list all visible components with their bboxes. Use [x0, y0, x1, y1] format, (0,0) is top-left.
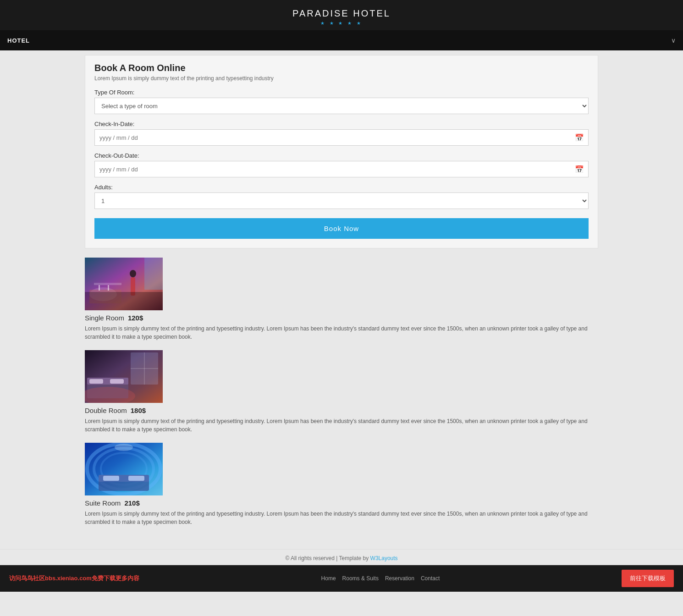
- svg-point-7: [130, 270, 136, 277]
- room-item-double: Double Room 180$ Lorem Ipsum is simply d…: [85, 350, 598, 434]
- site-title: PARADISE HOTEL: [0, 8, 683, 19]
- footer-nav-reservation[interactable]: Reservation: [385, 575, 414, 582]
- room-type-group: Type Of Room: Select a type of room Sing…: [94, 89, 589, 114]
- nav-chevron-icon[interactable]: ∨: [671, 37, 676, 44]
- footer-nav-rooms[interactable]: Rooms & Suits: [342, 575, 379, 582]
- adults-group: Adults: 1 2 3 4: [94, 184, 589, 209]
- room-type-select[interactable]: Select a type of room Single Room Double…: [94, 98, 589, 114]
- suite-room-name: Suite Room: [85, 499, 121, 507]
- svg-rect-8: [131, 277, 135, 296]
- footer: © All rights reserved | Template by W3La…: [0, 549, 683, 592]
- checkin-group: Check-In-Date: 📅: [94, 121, 589, 146]
- checkout-label: Check-Out-Date:: [94, 152, 589, 159]
- book-now-button[interactable]: Book Now: [94, 218, 589, 239]
- double-room-name: Double Room: [85, 407, 127, 414]
- double-room-title-row: Double Room 180$: [85, 407, 598, 414]
- footer-watermark: 访问鸟鸟社区bbs.xieniao.com免费下载更多内容: [9, 574, 139, 583]
- footer-nav: Home Rooms & Suits Reservation Contact: [321, 575, 440, 582]
- booking-subtitle: Lorem Ipsum is simply dummy text of the …: [94, 75, 589, 82]
- adults-select[interactable]: 1 2 3 4: [94, 192, 589, 209]
- single-room-name: Single Room: [85, 314, 124, 322]
- room-item-single: Single Room 120$ Lorem Ipsum is simply d…: [85, 258, 598, 341]
- navbar: HOTEL ∨: [0, 30, 683, 50]
- svg-rect-2: [94, 283, 121, 285]
- main-content: Book A Room Online Lorem Ipsum is simply…: [80, 55, 603, 549]
- svg-rect-4: [89, 290, 121, 303]
- svg-rect-6: [108, 285, 109, 291]
- checkin-input[interactable]: [94, 129, 589, 146]
- suite-room-title-row: Suite Room 210$: [85, 499, 598, 507]
- svg-rect-17: [110, 379, 124, 384]
- suite-room-description: Lorem Ipsum is simply dummy text of the …: [85, 510, 598, 526]
- adults-label: Adults:: [94, 184, 589, 191]
- footer-nav-contact[interactable]: Contact: [421, 575, 440, 582]
- star-rating: ★ ★ ★ ★ ★: [0, 21, 683, 26]
- svg-point-1: [89, 287, 117, 301]
- suite-room-price: 210$: [124, 499, 139, 507]
- header: PARADISE HOTEL ★ ★ ★ ★ ★: [0, 0, 683, 30]
- svg-rect-16: [89, 379, 103, 384]
- footer-w3layouts-link[interactable]: W3Layouts: [370, 555, 398, 561]
- nav-hotel-label[interactable]: HOTEL: [7, 37, 30, 44]
- checkout-input[interactable]: [94, 161, 589, 177]
- single-room-description: Lorem Ipsum is simply dummy text of the …: [85, 324, 598, 341]
- footer-copyright: © All rights reserved | Template by W3La…: [0, 555, 683, 565]
- checkin-wrapper: 📅: [94, 129, 589, 146]
- checkout-wrapper: 📅: [94, 161, 589, 177]
- double-room-price: 180$: [131, 407, 146, 414]
- single-room-image: [85, 258, 163, 310]
- booking-section: Book A Room Online Lorem Ipsum is simply…: [85, 55, 598, 248]
- svg-point-27: [115, 444, 133, 451]
- checkin-label: Check-In-Date:: [94, 121, 589, 127]
- footer-nav-home[interactable]: Home: [321, 575, 336, 582]
- download-button[interactable]: 前往下载模板: [622, 570, 674, 587]
- svg-rect-9: [144, 258, 163, 290]
- room-type-label: Type Of Room:: [94, 89, 589, 96]
- svg-rect-25: [103, 476, 119, 481]
- rooms-section: Single Room 120$ Lorem Ipsum is simply d…: [85, 253, 598, 549]
- svg-rect-5: [99, 285, 100, 291]
- footer-bottom: 访问鸟鸟社区bbs.xieniao.com免费下载更多内容 Home Rooms…: [0, 565, 683, 592]
- footer-copyright-text: © All rights reserved | Template by: [285, 555, 369, 561]
- suite-room-image: [85, 443, 163, 495]
- single-room-title-row: Single Room 120$: [85, 314, 598, 322]
- double-room-image: [85, 350, 163, 403]
- double-room-description: Lorem Ipsum is simply dummy text of the …: [85, 417, 598, 434]
- room-item-suite: Suite Room 210$ Lorem Ipsum is simply du…: [85, 443, 598, 526]
- checkout-group: Check-Out-Date: 📅: [94, 152, 589, 177]
- svg-rect-26: [128, 476, 144, 481]
- booking-title: Book A Room Online: [94, 63, 589, 73]
- single-room-price: 120$: [128, 314, 143, 322]
